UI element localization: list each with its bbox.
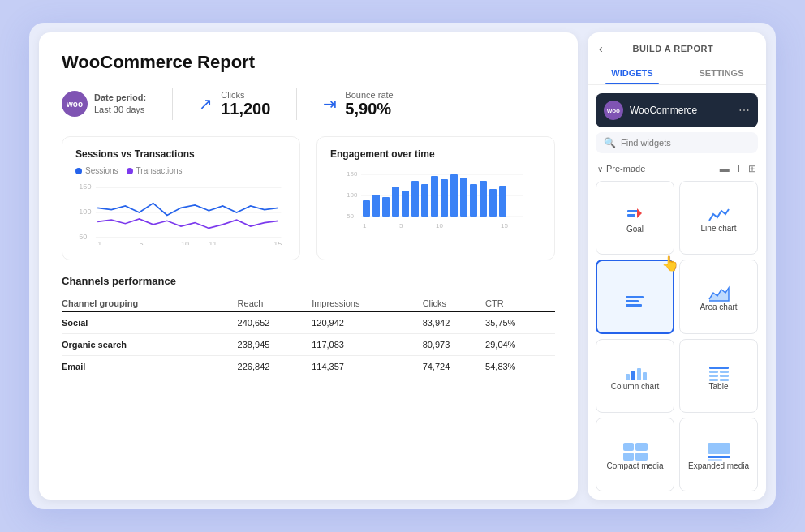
svg-rect-52 (720, 379, 729, 381)
premade-row: ∨ Pre-made ▬ T ⊞ (588, 160, 766, 181)
svg-rect-56 (635, 453, 648, 461)
cell-clicks: 74,724 (423, 356, 485, 378)
woo-item-icon: woo (604, 101, 623, 120)
svg-text:150: 150 (79, 182, 91, 191)
panel-tabs: WIDGETS SETTINGS (588, 62, 766, 85)
clicks-value: 11,200 (221, 100, 270, 118)
svg-text:1: 1 (363, 222, 367, 230)
svg-rect-54 (635, 443, 648, 451)
bounce-icon: ⇥ (323, 94, 337, 114)
metrics-row: woo Date period: Last 30 days ↗ Clicks 1… (62, 88, 555, 120)
clicks-label: Clicks (221, 90, 270, 100)
col-ctr: CTR (485, 295, 555, 312)
bar-filter-icon[interactable]: ▬ (720, 163, 730, 174)
woo-selected-item[interactable]: woo WooCommerce ⋯ (596, 93, 758, 127)
svg-rect-51 (709, 379, 718, 381)
area-chart-svg (708, 285, 730, 302)
svg-text:11: 11 (209, 240, 217, 245)
widget-table[interactable]: Table (679, 339, 758, 413)
svg-text:100: 100 (79, 208, 91, 216)
svg-rect-50 (720, 375, 729, 377)
woo-item-name: WooCommerce (630, 105, 732, 116)
right-panel: ‹ BUILD A REPORT WIDGETS SETTINGS woo Wo… (588, 32, 766, 500)
cell-reach: 240,652 (238, 312, 312, 334)
widget-goal[interactable]: Goal (596, 181, 674, 255)
expanded-media-label: Expanded media (688, 461, 749, 470)
svg-rect-42 (626, 374, 630, 380)
col-channel: Channel grouping (62, 295, 238, 312)
cell-ctr: 35,75% (485, 312, 555, 334)
tab-widgets[interactable]: WIDGETS (588, 62, 677, 84)
svg-rect-20 (392, 187, 399, 217)
search-input[interactable] (621, 138, 750, 148)
back-button[interactable]: ‹ (599, 42, 603, 55)
svg-rect-48 (720, 371, 729, 373)
transactions-dot (127, 168, 133, 174)
svg-rect-17 (363, 200, 370, 217)
svg-rect-47 (709, 371, 718, 373)
widget-line-chart[interactable]: Line chart (679, 181, 758, 255)
goal-label: Goal (626, 225, 644, 234)
svg-rect-24 (431, 176, 438, 217)
main-panel: WooCommerce Report woo Date period: Last… (39, 32, 578, 500)
svg-rect-25 (441, 179, 448, 217)
svg-rect-27 (460, 178, 467, 217)
bounce-label: Bounce rate (345, 90, 393, 100)
widget-area-chart[interactable]: Area chart (679, 260, 758, 333)
bounce-value: 5,90% (345, 100, 393, 118)
svg-text:1: 1 (97, 240, 101, 245)
legend-sessions: Sessions (75, 166, 118, 175)
tab-settings[interactable]: SETTINGS (677, 62, 766, 84)
compact-media-label: Compact media (606, 461, 663, 470)
col-clicks: Clicks (423, 295, 485, 312)
svg-text:50: 50 (79, 233, 87, 241)
expanded-media-svg (707, 442, 731, 461)
search-icon: 🔍 (604, 137, 616, 148)
svg-rect-44 (637, 368, 641, 380)
woo-item-more-icon[interactable]: ⋯ (738, 104, 750, 117)
grid-filter-icon[interactable]: ⊞ (748, 163, 756, 174)
engagement-chart-card: Engagement over time 150 100 50 (316, 136, 555, 260)
app-wrapper: WooCommerce Report woo Date period: Last… (29, 23, 776, 509)
widget-compact-media[interactable]: Compact media (596, 418, 674, 491)
sessions-svg: 150 100 50 1 5 10 11 15 (75, 180, 286, 245)
svg-rect-55 (623, 453, 634, 461)
svg-rect-45 (643, 372, 647, 380)
svg-rect-46 (709, 367, 729, 369)
engagement-svg: 150 100 50 (330, 166, 541, 231)
svg-rect-29 (480, 181, 487, 217)
text-filter-icon[interactable]: T (736, 163, 742, 174)
sessions-dot (75, 168, 82, 174)
svg-marker-38 (637, 208, 642, 218)
col-impressions: Impressions (312, 295, 422, 312)
performance-table: Channel grouping Reach Impressions Click… (62, 295, 555, 377)
cell-clicks: 80,973 (423, 334, 485, 356)
cell-channel: Social (62, 312, 238, 334)
widget-column-bar[interactable]: 👆 (596, 260, 674, 333)
panel-header-title: BUILD A REPORT (632, 44, 713, 54)
svg-rect-23 (421, 184, 428, 217)
premade-chevron[interactable]: ∨ (597, 165, 603, 174)
date-period-text: Date period: Last 30 days (94, 92, 146, 117)
legend-transactions: Transactions (127, 166, 183, 175)
area-chart-label: Area chart (700, 302, 737, 311)
cell-impressions: 120,942 (312, 312, 422, 334)
channels-section: Channels performance Channel grouping Re… (62, 275, 555, 377)
widget-column-chart[interactable]: Column chart (596, 339, 674, 413)
line-chart-svg (708, 206, 730, 224)
cell-impressions: 114,357 (312, 356, 422, 378)
svg-rect-21 (402, 191, 409, 217)
svg-rect-59 (708, 459, 722, 461)
sessions-chart-card: Sessions vs Transactions Sessions Transa… (62, 136, 300, 260)
column-chart-label: Column chart (611, 382, 659, 391)
line-chart-label: Line chart (701, 224, 737, 233)
widget-expanded-media[interactable]: Expanded media (679, 418, 758, 491)
date-period: woo Date period: Last 30 days (62, 91, 146, 117)
cell-impressions: 117,083 (312, 334, 422, 356)
cell-channel: Email (62, 356, 238, 378)
report-title: WooCommerce Report (62, 52, 555, 73)
sessions-legend: Sessions Transactions (75, 166, 286, 175)
woo-logo-left: woo (62, 91, 88, 117)
svg-rect-36 (627, 210, 639, 212)
panel-header: ‹ BUILD A REPORT (588, 32, 766, 55)
